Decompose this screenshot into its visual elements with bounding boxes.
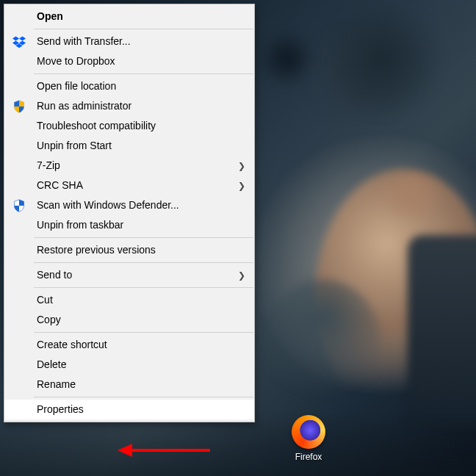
menu-separator [34, 397, 253, 397]
menu-item-label: Scan with Windows Defender... [37, 199, 179, 211]
menu-item-label: Unpin from taskbar [37, 219, 123, 231]
menu-item-open-file-location[interactable]: Open file location [4, 76, 254, 96]
menu-item-label: Open file location [37, 80, 116, 92]
menu-item-label: Rename [37, 378, 76, 390]
menu-item-troubleshoot-compatibility[interactable]: Troubleshoot compatibility [4, 116, 254, 136]
menu-item-label: Send with Transfer... [37, 35, 131, 47]
menu-separator [34, 262, 253, 263]
defender-shield-icon [12, 199, 26, 212]
menu-separator [34, 73, 253, 74]
menu-separator [34, 287, 253, 288]
svg-marker-0 [12, 36, 19, 40]
chevron-right-icon: ❯ [238, 156, 245, 176]
menu-item-move-to-dropbox[interactable]: Move to Dropbox [4, 51, 254, 71]
desktop-icon-firefox[interactable]: Firefox [281, 415, 336, 462]
menu-item-label: Unpin from Start [37, 140, 112, 151]
desktop-wallpaper: Firefox Open Send with Transfer... Move … [0, 0, 476, 476]
menu-item-crc-sha[interactable]: CRC SHA ❯ [4, 176, 254, 195]
menu-item-unpin-from-taskbar[interactable]: Unpin from taskbar [4, 215, 254, 235]
menu-item-label: Open [37, 10, 63, 22]
menu-item-label: Troubleshoot compatibility [37, 120, 156, 131]
menu-item-unpin-from-start[interactable]: Unpin from Start [4, 136, 254, 156]
wallpaper-shape [257, 29, 316, 88]
wallpaper-shape [316, 0, 448, 118]
menu-item-copy[interactable]: Copy [4, 310, 254, 330]
menu-item-scan-with-defender[interactable]: Scan with Windows Defender... [4, 195, 254, 215]
menu-item-send-to[interactable]: Send to ❯ [4, 265, 254, 285]
chevron-right-icon: ❯ [238, 265, 245, 285]
chevron-right-icon: ❯ [238, 176, 245, 195]
menu-separator [34, 237, 253, 238]
wallpaper-shape [408, 235, 476, 426]
menu-item-label: Restore previous versions [37, 244, 156, 256]
wallpaper-shape [264, 279, 382, 411]
menu-separator [34, 29, 253, 29]
menu-item-label: Create shortcut [37, 339, 107, 350]
menu-item-restore-previous-versions[interactable]: Restore previous versions [4, 240, 254, 260]
menu-item-7zip[interactable]: 7-Zip ❯ [4, 156, 254, 176]
dropbox-icon [12, 35, 26, 48]
menu-item-label: Properties [37, 403, 84, 415]
menu-item-label: Move to Dropbox [37, 55, 115, 67]
menu-item-label: 7-Zip [37, 159, 60, 171]
menu-item-create-shortcut[interactable]: Create shortcut [4, 335, 254, 355]
wallpaper-shape [375, 175, 448, 219]
menu-item-open[interactable]: Open [4, 7, 254, 26]
svg-marker-1 [19, 36, 26, 40]
menu-item-send-with-transfer[interactable]: Send with Transfer... [4, 32, 254, 51]
firefox-icon [292, 415, 325, 449]
menu-item-label: CRC SHA [37, 179, 83, 191]
menu-item-properties[interactable]: Properties [4, 400, 254, 419]
uac-shield-icon [12, 100, 26, 113]
menu-item-label: Delete [37, 358, 66, 370]
menu-item-label: Run as administrator [37, 100, 131, 112]
menu-item-run-as-administrator[interactable]: Run as administrator [4, 96, 254, 116]
desktop-icon-label: Firefox [281, 452, 336, 462]
menu-item-cut[interactable]: Cut [4, 290, 254, 310]
menu-item-rename[interactable]: Rename [4, 375, 254, 394]
menu-item-label: Cut [37, 294, 53, 306]
menu-item-delete[interactable]: Delete [4, 355, 254, 375]
context-menu: Open Send with Transfer... Move to Dropb… [4, 4, 255, 422]
menu-separator [34, 332, 253, 333]
menu-item-label: Copy [37, 314, 61, 325]
menu-item-label: Send to [37, 269, 72, 281]
